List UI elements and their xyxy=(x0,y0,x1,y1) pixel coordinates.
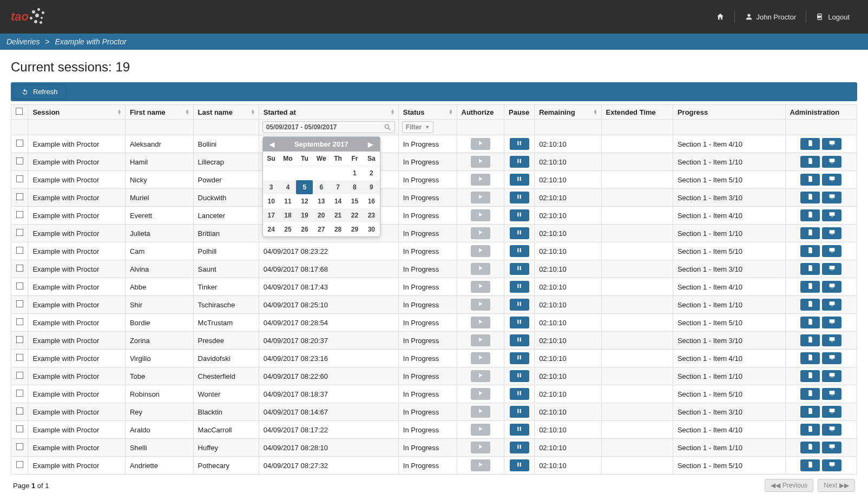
report-button[interactable] xyxy=(800,263,820,275)
pause-button[interactable] xyxy=(510,406,529,418)
logout-link[interactable]: Logout xyxy=(808,12,857,21)
report-button[interactable] xyxy=(800,442,820,453)
authorize-button[interactable] xyxy=(471,281,490,293)
monitor-button[interactable] xyxy=(822,138,841,150)
row-checkbox[interactable] xyxy=(16,354,23,361)
monitor-button[interactable] xyxy=(822,209,841,221)
pause-button[interactable] xyxy=(510,138,529,150)
pause-button[interactable] xyxy=(510,334,529,346)
pause-button[interactable] xyxy=(510,245,529,257)
calendar-day[interactable]: 30 xyxy=(363,222,380,236)
calendar-day[interactable]: 2 xyxy=(363,166,380,180)
monitor-button[interactable] xyxy=(822,334,841,346)
row-checkbox[interactable] xyxy=(16,193,23,200)
report-button[interactable] xyxy=(800,370,820,382)
report-button[interactable] xyxy=(800,388,820,400)
calendar-day[interactable]: 14 xyxy=(330,194,346,208)
row-checkbox[interactable] xyxy=(16,300,23,307)
row-checkbox[interactable] xyxy=(16,157,23,165)
authorize-button[interactable] xyxy=(471,209,490,221)
authorize-button[interactable] xyxy=(471,459,490,471)
row-checkbox[interactable] xyxy=(16,425,23,432)
pause-button[interactable] xyxy=(510,192,529,203)
calendar-day[interactable]: 13 xyxy=(313,194,330,208)
report-button[interactable] xyxy=(800,245,820,257)
row-checkbox[interactable] xyxy=(16,229,23,236)
authorize-button[interactable] xyxy=(471,370,490,382)
authorize-button[interactable] xyxy=(471,442,490,453)
col-status[interactable]: Status▲▼ xyxy=(398,105,457,120)
pause-button[interactable] xyxy=(510,174,529,186)
pause-button[interactable] xyxy=(510,263,529,275)
authorize-button[interactable] xyxy=(471,192,490,203)
calendar-day[interactable]: 5 xyxy=(296,180,313,194)
monitor-button[interactable] xyxy=(822,459,841,471)
report-button[interactable] xyxy=(800,156,820,168)
authorize-button[interactable] xyxy=(471,424,490,436)
calendar-day[interactable]: 22 xyxy=(346,208,363,222)
pause-button[interactable] xyxy=(510,227,529,239)
calendar-day[interactable]: 9 xyxy=(363,180,380,194)
row-checkbox[interactable] xyxy=(16,461,23,468)
report-button[interactable] xyxy=(800,459,820,471)
breadcrumb-root[interactable]: Deliveries xyxy=(6,37,40,46)
calendar-next[interactable]: ▶ xyxy=(366,141,376,148)
row-checkbox[interactable] xyxy=(16,140,23,147)
monitor-button[interactable] xyxy=(822,370,841,382)
col-remaining[interactable]: Remaining▲▼ xyxy=(535,105,601,120)
authorize-button[interactable] xyxy=(471,299,490,311)
calendar-day[interactable]: 25 xyxy=(280,222,297,236)
calendar-day[interactable]: 10 xyxy=(263,194,280,208)
monitor-button[interactable] xyxy=(822,156,841,168)
monitor-button[interactable] xyxy=(822,299,841,311)
next-button[interactable]: Next ▶▶ xyxy=(818,479,855,492)
monitor-button[interactable] xyxy=(822,317,841,328)
status-filter[interactable]: Filter ▼ xyxy=(402,121,433,133)
monitor-button[interactable] xyxy=(822,245,841,257)
row-checkbox[interactable] xyxy=(16,247,23,254)
authorize-button[interactable] xyxy=(471,174,490,186)
row-checkbox[interactable] xyxy=(16,390,23,397)
select-all-checkbox[interactable] xyxy=(16,108,23,115)
pause-button[interactable] xyxy=(510,281,529,293)
authorize-button[interactable] xyxy=(471,227,490,239)
monitor-button[interactable] xyxy=(822,442,841,453)
report-button[interactable] xyxy=(800,281,820,293)
authorize-button[interactable] xyxy=(471,263,490,275)
col-session[interactable]: Session▲▼ xyxy=(28,105,126,120)
monitor-button[interactable] xyxy=(822,281,841,293)
calendar-day[interactable]: 18 xyxy=(280,208,297,222)
calendar-day[interactable]: 12 xyxy=(296,194,313,208)
user-link[interactable]: John Proctor xyxy=(737,12,804,21)
pause-button[interactable] xyxy=(510,370,529,382)
row-checkbox[interactable] xyxy=(16,443,23,450)
authorize-button[interactable] xyxy=(471,388,490,400)
calendar-day[interactable]: 6 xyxy=(313,180,330,194)
monitor-button[interactable] xyxy=(822,352,841,364)
refresh-button[interactable]: Refresh xyxy=(13,84,66,99)
authorize-button[interactable] xyxy=(471,156,490,168)
calendar-day[interactable]: 24 xyxy=(263,222,280,236)
calendar-day[interactable]: 19 xyxy=(296,208,313,222)
report-button[interactable] xyxy=(800,192,820,203)
calendar-day[interactable]: 27 xyxy=(313,222,330,236)
report-button[interactable] xyxy=(800,352,820,364)
calendar-day[interactable]: 11 xyxy=(280,194,297,208)
calendar-prev[interactable]: ◀ xyxy=(267,141,277,148)
authorize-button[interactable] xyxy=(471,138,490,150)
report-button[interactable] xyxy=(800,209,820,221)
calendar-day[interactable]: 23 xyxy=(363,208,380,222)
row-checkbox[interactable] xyxy=(16,407,23,415)
report-button[interactable] xyxy=(800,317,820,328)
authorize-button[interactable] xyxy=(471,245,490,257)
home-link[interactable] xyxy=(708,12,732,21)
calendar-day[interactable]: 16 xyxy=(363,194,380,208)
calendar-day[interactable]: 3 xyxy=(263,180,280,194)
report-button[interactable] xyxy=(800,299,820,311)
col-last-name[interactable]: Last name▲▼ xyxy=(193,105,259,120)
pause-button[interactable] xyxy=(510,459,529,471)
pause-button[interactable] xyxy=(510,424,529,436)
pause-button[interactable] xyxy=(510,156,529,168)
authorize-button[interactable] xyxy=(471,317,490,328)
report-button[interactable] xyxy=(800,174,820,186)
